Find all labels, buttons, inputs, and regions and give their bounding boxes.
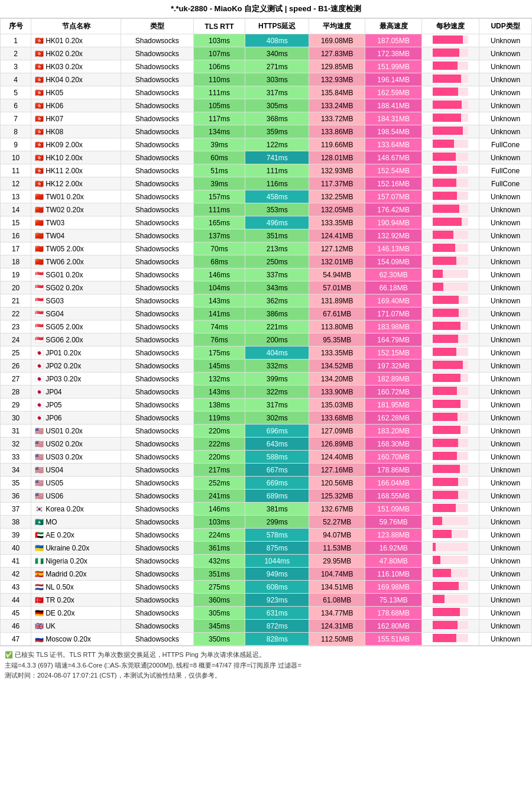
cell-udp-type: Unknown (479, 294, 532, 307)
cell-https-delay: 122ms (245, 138, 309, 151)
table-row: 38🇲🇴MOShadowsocks103ms299ms52.27MB59.76M… (1, 516, 532, 529)
cell-udp-type: Unknown (479, 281, 532, 294)
speed-bar-fill (433, 48, 459, 57)
cell-udp-type: Unknown (479, 99, 532, 112)
cell-avg-speed: 127.83MB (309, 47, 365, 60)
speed-bar-container (433, 543, 468, 551)
table-row: 16🇨🇳TW04Shadowsocks137ms351ms124.41MB132… (1, 229, 532, 242)
speed-bar-fill (433, 205, 459, 213)
cell-avg-speed: 131.89MB (309, 294, 365, 307)
flag-icon: 🇺🇸 (35, 492, 44, 500)
flag-icon: 🇭🇰 (35, 128, 44, 136)
cell-speed-bar (421, 568, 479, 581)
cell-tls-rtt: 222ms (193, 438, 245, 451)
cell-speed-bar (421, 412, 479, 425)
speed-bar-container (433, 400, 468, 408)
cell-https-delay: 111ms (245, 164, 309, 177)
cell-tls-rtt: 143ms (193, 386, 245, 399)
cell-name: 🇺🇸US04 (31, 464, 121, 477)
table-row: 34🇺🇸US04Shadowsocks217ms667ms127.16MB178… (1, 464, 532, 477)
node-name-text: HK10 2.00x (46, 154, 83, 162)
speed-bar-fill (433, 478, 458, 486)
cell-tls-rtt: 104ms (193, 281, 245, 294)
cell-max-speed: 132.92MB (365, 229, 421, 242)
cell-seq: 32 (1, 438, 31, 451)
cell-udp-type: Unknown (479, 386, 532, 399)
speed-bar-fill (433, 621, 458, 629)
cell-speed-bar (421, 47, 479, 60)
cell-seq: 29 (1, 399, 31, 412)
cell-type: Shadowsocks (121, 594, 193, 607)
table-row: 21🇸🇬SG03Shadowsocks143ms362ms131.89MB169… (1, 294, 532, 307)
cell-https-delay: 588ms (245, 451, 309, 464)
cell-udp-type: Unknown (479, 607, 532, 620)
cell-name: 🇲🇴MO (31, 516, 121, 529)
table-row: 2🇭🇰HK02 0.20xShadowsocks107ms340ms127.83… (1, 47, 532, 60)
cell-type: Shadowsocks (121, 477, 193, 490)
cell-udp-type: Unknown (479, 112, 532, 125)
node-name-text: NL 0.50x (46, 583, 74, 591)
table-row: 40🇺🇦Ukraine 0.20xShadowsocks361ms875ms11… (1, 542, 532, 555)
cell-udp-type: Unknown (479, 568, 532, 581)
table-row: 24🇸🇬SG06 2.00xShadowsocks76ms200ms95.35M… (1, 333, 532, 346)
speed-bar-fill (433, 140, 454, 148)
flag-icon: 🇭🇰 (35, 102, 44, 110)
node-name-text: DE 0.20x (46, 609, 74, 617)
cell-speed-bar (421, 477, 479, 490)
cell-https-delay: 667ms (245, 464, 309, 477)
speed-bar-container (433, 634, 468, 642)
flag-icon: 🇭🇰 (35, 167, 44, 175)
node-name-text: US05 (46, 479, 63, 487)
cell-tls-rtt: 360ms (193, 594, 245, 607)
node-name-text: TW05 2.00x (46, 245, 84, 253)
cell-type: Shadowsocks (121, 373, 193, 386)
cell-tls-rtt: 361ms (193, 542, 245, 555)
cell-https-delay: 399ms (245, 373, 309, 386)
cell-seq: 15 (1, 216, 31, 229)
cell-type: Shadowsocks (121, 607, 193, 620)
cell-speed-bar (421, 451, 479, 464)
cell-https-delay: 408ms (245, 34, 309, 47)
cell-name: 🇺🇦Ukraine 0.20x (31, 542, 121, 555)
speed-bar-container (433, 582, 468, 590)
flag-icon: 🇲🇴 (35, 518, 44, 526)
cell-type: Shadowsocks (121, 464, 193, 477)
col-avg: 平均速度 (309, 19, 365, 34)
speed-bar-fill (433, 504, 456, 512)
flag-icon: 🇭🇰 (35, 180, 44, 188)
table-row: 39🇦🇪AE 0.20xShadowsocks224ms578ms94.07MB… (1, 529, 532, 542)
cell-type: Shadowsocks (121, 386, 193, 399)
table-row: 1🇭🇰HK01 0.20xShadowsocks103ms408ms169.08… (1, 34, 532, 47)
table-row: 18🇨🇳TW06 2.00xShadowsocks68ms250ms132.01… (1, 255, 532, 268)
cell-avg-speed: 127.16MB (309, 464, 365, 477)
node-name-text: AE 0.20x (46, 531, 74, 539)
table-row: 30🇯🇵JP06Shadowsocks119ms302ms133.68MB162… (1, 412, 532, 425)
cell-max-speed: 162.80MB (365, 620, 421, 633)
speed-bar-fill (433, 335, 458, 343)
speed-bar-container (433, 140, 468, 148)
table-row: 4🇭🇰HK04 0.20xShadowsocks110ms303ms132.93… (1, 73, 532, 86)
flag-icon: 🇨🇳 (35, 206, 44, 214)
speed-bar-fill (433, 556, 440, 564)
flag-icon: 🇸🇬 (35, 297, 44, 305)
cell-https-delay: 250ms (245, 255, 309, 268)
cell-type: Shadowsocks (121, 112, 193, 125)
cell-udp-type: Unknown (479, 620, 532, 633)
cell-tls-rtt: 39ms (193, 177, 245, 190)
speed-bar-fill (433, 88, 458, 96)
cell-udp-type: FullCone (479, 164, 532, 177)
node-name-text: UK (46, 622, 56, 630)
cell-tls-rtt: 241ms (193, 490, 245, 503)
cell-tls-rtt: 39ms (193, 138, 245, 151)
table-row: 28🇯🇵JP04Shadowsocks143ms322ms133.90MB160… (1, 386, 532, 399)
cell-type: Shadowsocks (121, 412, 193, 425)
cell-type: Shadowsocks (121, 516, 193, 529)
speed-bar-container (433, 361, 468, 369)
cell-type: Shadowsocks (121, 451, 193, 464)
table-row: 15🇨🇳TW03Shadowsocks165ms496ms133.35MB190… (1, 216, 532, 229)
cell-udp-type: Unknown (479, 359, 532, 373)
cell-seq: 7 (1, 112, 31, 125)
table-row: 47🇷🇺Moscow 0.20xShadowsocks350ms828ms112… (1, 633, 532, 646)
cell-https-delay: 828ms (245, 633, 309, 646)
col-max: 最高速度 (365, 19, 421, 34)
